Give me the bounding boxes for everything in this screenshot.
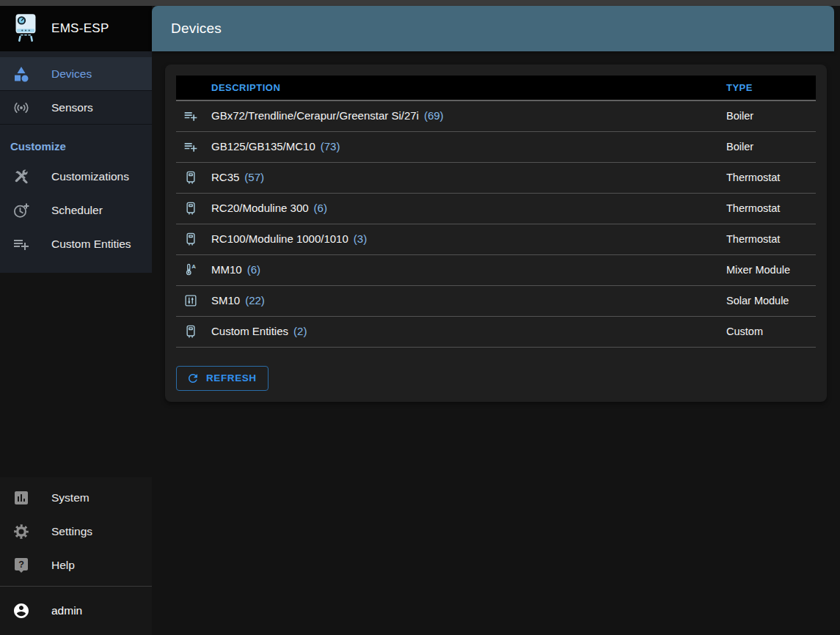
entity-count: (22) [245, 294, 265, 307]
sidebar-item-label: Sensors [51, 101, 93, 114]
table-row[interactable]: GB125/GB135/MC10(73) Boiler [176, 131, 816, 162]
description-column-header: DESCRIPTION [211, 76, 726, 100]
refresh-icon [186, 372, 200, 385]
sidebar-item-label: System [51, 491, 90, 504]
device-type: Thermostat [726, 193, 816, 224]
page-title: Devices [171, 21, 222, 37]
sidebar-item-customizations[interactable]: Customizations [0, 160, 152, 194]
entity-count: (6) [314, 202, 327, 214]
table-row[interactable]: RC100/Moduline 1000/1010(3) Thermostat [176, 224, 816, 254]
account-circle-icon [12, 602, 30, 620]
thermostat-auto-icon: A [183, 263, 211, 277]
device-name: GBx72/Trendline/Cerapur/Greenstar Si/27i [211, 109, 419, 122]
app-title: EMS-ESP [51, 21, 109, 36]
device-name: RC35 [211, 171, 239, 183]
boiler-icon [183, 232, 211, 246]
icon-column-header [176, 76, 211, 100]
device-name: RC20/Moduline 300 [211, 202, 309, 214]
refresh-button[interactable]: REFRESH [176, 366, 269, 391]
device-type: Thermostat [726, 162, 816, 193]
sidebar-item-label: Devices [51, 67, 92, 81]
entity-count: (57) [244, 171, 264, 183]
sidebar-item-help[interactable]: ? Help [0, 548, 152, 582]
help-bubble-icon: ? [12, 557, 30, 574]
sidebar: EMS-ESP Devices [0, 6, 152, 635]
device-name: Custom Entities [211, 325, 288, 337]
entity-count: (6) [247, 263, 260, 276]
playlist-add-icon [183, 139, 211, 154]
sidebar-item-devices[interactable]: Devices [0, 57, 152, 91]
sidebar-user-admin[interactable]: admin [0, 587, 152, 635]
table-row[interactable]: A MM10(6) Mixer Module [176, 254, 816, 285]
device-name: SM10 [211, 294, 240, 307]
boiler-icon [183, 170, 211, 185]
sidebar-item-custom-entities[interactable]: Custom Entities [0, 227, 152, 261]
entity-count: (73) [321, 140, 340, 153]
device-name: GB125/GB135/MC10 [211, 140, 315, 153]
sidebar-nav-main: Devices Sen [0, 51, 152, 273]
main-area: Devices DESCRIPTION TYPE [152, 6, 840, 635]
devices-table: DESCRIPTION TYPE GBx72/Trendline/Cerapur… [176, 76, 816, 348]
device-type: Thermostat [726, 224, 816, 254]
more-time-icon [12, 202, 30, 219]
ems-esp-app: EMS-ESP Devices [0, 0, 840, 635]
sidebar-item-scheduler[interactable]: Scheduler [0, 194, 152, 227]
entity-count: (69) [424, 109, 444, 122]
table-header-row: DESCRIPTION TYPE [176, 76, 816, 100]
app-logo-area: EMS-ESP [0, 6, 152, 51]
refresh-button-label: REFRESH [206, 372, 257, 383]
device-type: Boiler [726, 131, 816, 162]
sensors-icon [12, 99, 30, 117]
device-name: MM10 [211, 263, 242, 276]
sidebar-item-settings[interactable]: Settings [0, 515, 152, 548]
sliders-box-icon [183, 293, 211, 308]
entity-count: (2) [293, 325, 307, 337]
sidebar-spacer [0, 273, 152, 477]
playlist-add-icon [183, 109, 211, 123]
gear-icon [12, 523, 30, 540]
user-name: admin [51, 604, 82, 617]
sidebar-section-customize: Customize [0, 125, 152, 160]
table-row[interactable]: RC20/Moduline 300(6) Thermostat [176, 193, 816, 224]
devices-card: DESCRIPTION TYPE GBx72/Trendline/Cerapur… [165, 65, 827, 402]
boiler-icon [183, 324, 211, 339]
svg-text:?: ? [18, 559, 24, 570]
device-name: RC100/Moduline 1000/1010 [211, 232, 348, 245]
device-type: Custom [726, 316, 816, 347]
type-column-header: TYPE [726, 76, 816, 100]
content-area: DESCRIPTION TYPE GBx72/Trendline/Cerapur… [152, 51, 840, 635]
device-type: Boiler [726, 100, 816, 131]
boiler-logo-icon [12, 12, 40, 45]
sidebar-nav-bottom: System Settings ? [0, 477, 152, 586]
table-row[interactable]: Custom Entities(2) Custom [176, 316, 816, 347]
app-bar: Devices [152, 6, 834, 51]
category-icon [12, 65, 30, 83]
sidebar-item-label: Settings [51, 525, 92, 538]
sidebar-item-sensors[interactable]: Sensors [0, 91, 152, 125]
table-row[interactable]: RC35(57) Thermostat [176, 162, 816, 193]
device-type: Mixer Module [726, 254, 816, 285]
sidebar-item-label: Custom Entities [51, 238, 131, 251]
svg-text:A: A [191, 263, 196, 270]
sidebar-item-system[interactable]: System [0, 481, 152, 515]
sidebar-item-label: Customizations [51, 170, 129, 183]
entity-count: (3) [354, 232, 367, 245]
table-row[interactable]: SM10(22) Solar Module [176, 285, 816, 316]
boiler-icon [183, 201, 211, 216]
window-top-strip [0, 0, 840, 6]
sidebar-item-label: Scheduler [51, 204, 103, 217]
table-row[interactable]: GBx72/Trendline/Cerapur/Greenstar Si/27i… [176, 100, 816, 131]
sidebar-item-label: Help [51, 559, 75, 572]
construction-icon [12, 168, 30, 186]
playlist-add-icon [12, 235, 30, 253]
assessment-icon [12, 489, 30, 507]
device-type: Solar Module [726, 285, 816, 316]
